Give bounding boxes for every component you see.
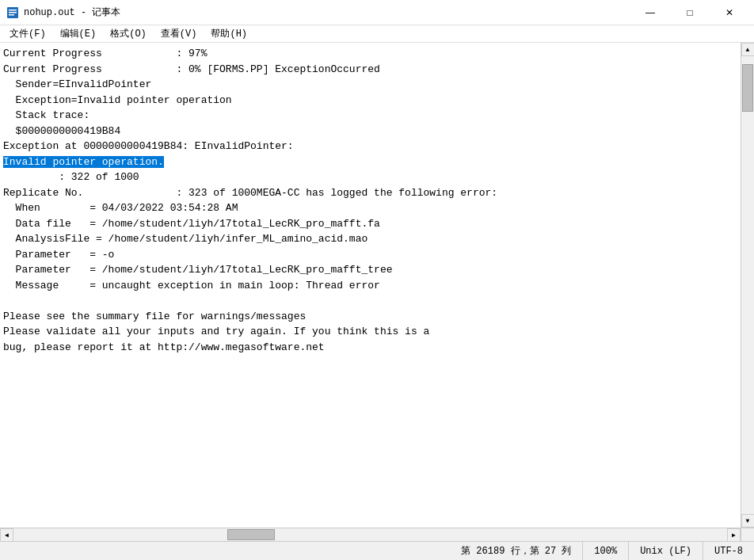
menu-bar: 文件(F) 编辑(E) 格式(O) 查看(V) 帮助(H) bbox=[0, 25, 754, 43]
text-area[interactable]: Current Progress : 97% Current Progress … bbox=[0, 43, 741, 528]
scroll-down-button[interactable]: ▼ bbox=[741, 514, 755, 528]
minimize-button[interactable]: — bbox=[632, 0, 668, 25]
title-bar: nohup.out - 记事本 — □ ✕ bbox=[0, 0, 754, 25]
hscroll-track[interactable] bbox=[13, 528, 727, 541]
selected-text: Invalid pointer operation. bbox=[3, 156, 164, 168]
encoding[interactable]: UTF-8 bbox=[703, 542, 754, 560]
menu-view[interactable]: 查看(V) bbox=[154, 25, 204, 42]
content-wrapper: Current Progress : 97% Current Progress … bbox=[0, 43, 754, 528]
app-icon bbox=[6, 6, 19, 19]
cursor-position: 第 26189 行，第 27 列 bbox=[450, 542, 582, 560]
scroll-left-button[interactable]: ◀ bbox=[0, 528, 13, 542]
scroll-thumb[interactable] bbox=[742, 64, 753, 112]
line-ending[interactable]: Unix (LF) bbox=[628, 542, 703, 560]
close-button[interactable]: ✕ bbox=[711, 0, 748, 25]
vertical-scrollbar[interactable]: ▲ ▼ bbox=[741, 43, 754, 528]
status-segments: 第 26189 行，第 27 列 100% Unix (LF) UTF-8 bbox=[450, 542, 754, 560]
status-bar: 第 26189 行，第 27 列 100% Unix (LF) UTF-8 bbox=[0, 541, 754, 560]
menu-format[interactable]: 格式(O) bbox=[104, 25, 153, 42]
line-2: : 322 of 1000 Replicate No. : 323 of 100… bbox=[3, 171, 497, 353]
scroll-corner bbox=[741, 528, 754, 542]
scroll-up-button[interactable]: ▲ bbox=[741, 43, 755, 56]
svg-rect-3 bbox=[9, 14, 14, 16]
svg-rect-1 bbox=[9, 10, 17, 11]
svg-rect-2 bbox=[9, 12, 17, 13]
window-title: nohup.out - 记事本 bbox=[24, 6, 120, 19]
hscroll-thumb[interactable] bbox=[227, 529, 275, 540]
title-bar-left: nohup.out - 记事本 bbox=[6, 6, 120, 19]
menu-edit[interactable]: 编辑(E) bbox=[54, 25, 103, 42]
line-1: Current Progress : 97% Current Progress … bbox=[3, 48, 380, 152]
horizontal-scrollbar[interactable]: ◀ ▶ bbox=[0, 528, 754, 541]
title-bar-controls: — □ ✕ bbox=[632, 0, 748, 25]
scroll-right-button[interactable]: ▶ bbox=[727, 528, 741, 542]
menu-file[interactable]: 文件(F) bbox=[3, 25, 52, 42]
maximize-button[interactable]: □ bbox=[672, 0, 708, 25]
menu-help[interactable]: 帮助(H) bbox=[204, 25, 253, 42]
zoom-level[interactable]: 100% bbox=[582, 542, 628, 560]
scroll-track[interactable] bbox=[741, 56, 754, 514]
